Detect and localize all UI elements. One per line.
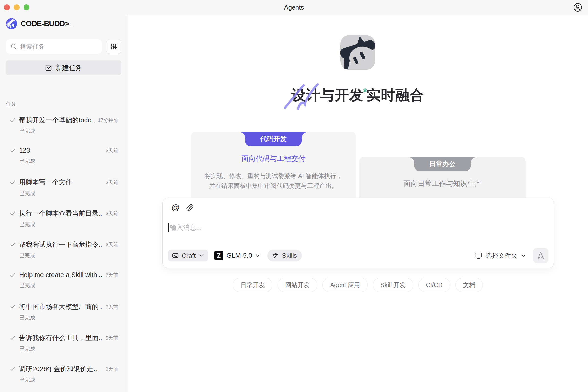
- task-time: 17分钟前: [98, 117, 118, 124]
- task-time: 7天前: [106, 272, 118, 278]
- code-dev-desc-line2: 并在结果面板中集中审阅代码变更与工程产出。: [191, 181, 356, 190]
- new-task-label: 新建任务: [56, 64, 82, 72]
- attach-icon[interactable]: [186, 204, 194, 211]
- task-list-item[interactable]: 调研2026年金价和银价走...9天前 已完成: [0, 361, 127, 392]
- chip-website-dev[interactable]: 网站开发: [278, 278, 317, 292]
- composer-icon-row: @: [172, 203, 194, 212]
- task-list-item[interactable]: Help me create a Skill with...7天前 已完成: [0, 268, 127, 299]
- task-status: 已完成: [19, 345, 118, 352]
- brand: CODE-BUDD>_: [6, 18, 73, 30]
- task-status: 已完成: [19, 190, 118, 197]
- check-icon: [10, 117, 16, 123]
- chip-agent-app[interactable]: Agent 应用: [322, 278, 368, 292]
- task-title: 执行一个脚本查看当前目录...: [19, 209, 102, 218]
- search-box: [6, 39, 102, 54]
- chevron-down-icon: [255, 253, 260, 258]
- suggestion-chips: 日常开发 网站开发 Agent 应用 Skill 开发 CI/CD 文档: [128, 278, 588, 292]
- task-time: 9天前: [106, 335, 118, 341]
- mention-icon[interactable]: @: [172, 203, 180, 212]
- task-title: 帮我尝试执行一下高危指令...: [19, 240, 102, 249]
- task-time: 3天前: [106, 210, 118, 217]
- hero-asterisk: *: [363, 86, 367, 97]
- user-icon: [572, 2, 583, 13]
- task-list-item[interactable]: 帮我开发一个基础的todo...17分钟前 已完成: [0, 112, 127, 143]
- tasks-section-label: 任务: [6, 100, 16, 107]
- send-plane-icon: [536, 251, 545, 260]
- search-icon: [10, 43, 17, 50]
- check-icon: [10, 179, 16, 185]
- search-input[interactable]: [20, 43, 98, 50]
- hero-title: 设计与开发*实时融合: [128, 86, 588, 105]
- task-list-item[interactable]: 用脚本写一个文件3天前 已完成: [0, 174, 127, 206]
- titlebar: Agents: [0, 0, 588, 15]
- task-time: 3天前: [106, 147, 118, 154]
- check-icon: [10, 242, 16, 248]
- brand-avatar-icon: [6, 18, 17, 30]
- code-dev-desc-line1: 将实现、修改、重构与测试委派给 AI 智能体执行，: [191, 171, 356, 181]
- task-status: 已完成: [19, 376, 118, 384]
- task-title: Help me create a Skill with...: [19, 271, 102, 279]
- window-title: Agents: [0, 0, 588, 15]
- task-time: 3天前: [106, 241, 118, 248]
- check-icon: [10, 335, 16, 341]
- task-list-item[interactable]: 告诉我你有什么工具，里面...9天前 已完成: [0, 330, 127, 361]
- new-task-icon: [45, 64, 52, 72]
- check-icon: [10, 304, 16, 310]
- model-logo-icon: Z: [214, 251, 224, 260]
- hero-part3: 实时融合: [366, 87, 424, 103]
- task-status: 已完成: [19, 157, 118, 165]
- task-time: 7天前: [106, 304, 118, 310]
- task-list-item[interactable]: 1233天前 已完成: [0, 143, 127, 174]
- message-input[interactable]: 输入消息...: [168, 223, 544, 232]
- check-icon: [10, 272, 16, 278]
- monitor-icon: [474, 252, 482, 259]
- task-status: 已完成: [19, 128, 118, 135]
- sliders-icon: [110, 43, 118, 50]
- code-dev-description: 将实现、修改、重构与测试委派给 AI 智能体执行， 并在结果面板中集中审阅代码变…: [191, 171, 356, 190]
- composer-toolbar: Craft Z GLM-5.0 Skills: [168, 248, 548, 263]
- model-label: GLM-5.0: [226, 252, 252, 260]
- codebuddy-agents-window: { "window": { "title": "Agents" }, "bran…: [0, 0, 588, 392]
- main-content: 设计与开发*实时融合 代码开发 面向代码与工程交付 将实现、修改、重构与测试委派…: [128, 15, 588, 392]
- hero-part2: 与开发: [320, 87, 364, 103]
- task-status: 已完成: [19, 314, 118, 322]
- task-title: 调研2026年金价和银价走...: [19, 364, 102, 374]
- message-placeholder: 输入消息...: [170, 223, 202, 232]
- chip-docs[interactable]: 文档: [456, 278, 483, 292]
- task-status: 已完成: [19, 252, 118, 259]
- craft-mode-button[interactable]: Craft: [168, 250, 208, 262]
- model-selector[interactable]: Z GLM-5.0: [214, 251, 260, 260]
- check-icon: [10, 148, 16, 154]
- task-title: 用脚本写一个文件: [19, 178, 102, 187]
- hero-part1: 设计: [291, 87, 320, 103]
- daily-office-title: 面向日常工作与知识生产: [360, 179, 526, 189]
- text-caret: [168, 223, 169, 232]
- skills-button[interactable]: Skills: [267, 250, 302, 262]
- task-title: 告诉我你有什么工具，里面...: [19, 334, 102, 342]
- task-list-item[interactable]: 执行一个脚本查看当前目录...3天前 已完成: [0, 206, 127, 237]
- new-task-button[interactable]: 新建任务: [6, 60, 121, 75]
- filter-button[interactable]: [106, 39, 121, 54]
- message-composer[interactable]: @ 输入消息... Craft: [162, 198, 554, 268]
- task-list: 帮我开发一个基础的todo...17分钟前 已完成 1233天前 已完成 用脚本…: [0, 112, 127, 392]
- app-mascot-icon: [340, 35, 375, 70]
- select-folder-button[interactable]: 选择文件夹: [474, 251, 526, 260]
- chip-skill-dev[interactable]: Skill 开发: [373, 278, 413, 292]
- chip-daily-dev[interactable]: 日常开发: [233, 278, 272, 292]
- brand-wordmark: CODE-BUDD>_: [20, 19, 73, 28]
- daily-office-badge: 日常办公: [414, 157, 471, 171]
- chevron-down-icon: [521, 253, 526, 258]
- chip-cicd[interactable]: CI/CD: [418, 278, 450, 292]
- task-list-item[interactable]: 帮我尝试执行一下高危指令...3天前 已完成: [0, 237, 127, 268]
- craft-terminal-icon: [172, 252, 179, 259]
- pickaxe-icon: [272, 252, 279, 259]
- send-button[interactable]: [533, 248, 548, 263]
- code-dev-badge: 代码开发: [245, 132, 302, 146]
- craft-label: Craft: [182, 252, 196, 260]
- task-list-item[interactable]: 将中国市场各大模型厂商的 ...7天前 已完成: [0, 299, 127, 330]
- task-time: 9天前: [106, 366, 118, 372]
- profile-button[interactable]: [572, 2, 584, 13]
- task-time: 3天前: [106, 179, 118, 186]
- skills-label: Skills: [282, 252, 297, 260]
- code-dev-card[interactable]: 代码开发 面向代码与工程交付 将实现、修改、重构与测试委派给 AI 智能体执行，…: [191, 132, 356, 203]
